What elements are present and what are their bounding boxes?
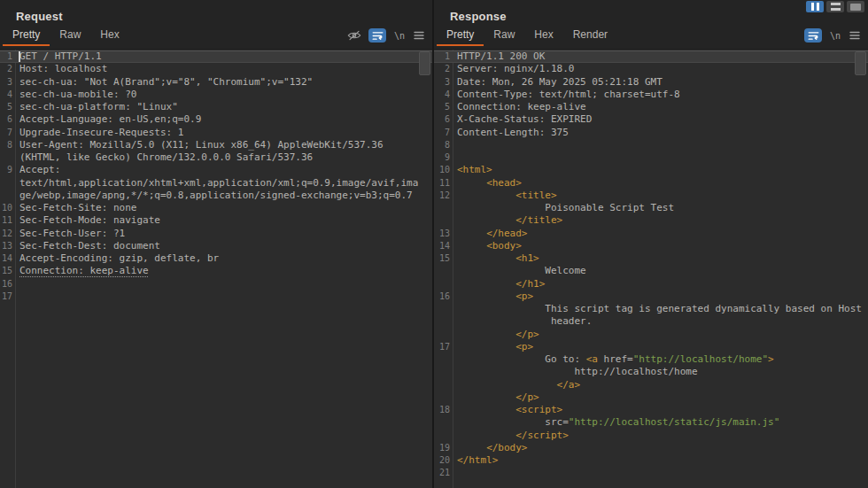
code-line[interactable]: 5sec-ch-ua-platform: "Linux" xyxy=(0,101,432,113)
code-line[interactable]: 14Accept-Encoding: gzip, deflate, br xyxy=(0,252,432,265)
code-line[interactable]: 14 <body> xyxy=(434,240,868,252)
code-line[interactable]: </a> xyxy=(434,379,868,391)
tab-pretty[interactable]: Pretty xyxy=(437,26,484,46)
code-line[interactable]: 10Sec-Fetch-Site: none xyxy=(0,202,432,214)
code-line[interactable]: 17 xyxy=(0,290,432,303)
line-number xyxy=(0,177,15,190)
code-line[interactable]: Poisonable Script Test xyxy=(434,202,868,214)
rows-layout-icon xyxy=(831,3,841,11)
tab-pretty[interactable]: Pretty xyxy=(3,26,50,46)
editor-menu-icon[interactable] xyxy=(849,28,861,43)
code-line[interactable]: This script tag is generated dynamically… xyxy=(434,303,868,315)
tab-raw[interactable]: Raw xyxy=(50,26,90,46)
line-text: Welcome xyxy=(453,265,868,277)
code-line[interactable]: ge/webp,image/apng,*/*;q=0.8,application… xyxy=(0,190,432,202)
code-line[interactable]: 12 <title> xyxy=(434,190,868,202)
line-text: Connection: keep-alive xyxy=(453,101,868,113)
line-number: 17 xyxy=(434,341,453,353)
code-line[interactable]: 9Accept: xyxy=(0,164,432,176)
columns-layout-icon xyxy=(811,3,819,11)
line-text: </script> xyxy=(453,430,868,442)
tab-hex[interactable]: Hex xyxy=(90,26,128,46)
code-line[interactable]: 5Connection: keep-alive xyxy=(434,101,868,113)
code-line[interactable]: (KHTML, like Gecko) Chrome/132.0.0.0 Saf… xyxy=(0,151,432,164)
code-line[interactable]: text/html,application/xhtml+xml,applicat… xyxy=(0,177,432,190)
line-text: http://localhost/home xyxy=(453,366,868,378)
request-scrollbar-thumb[interactable] xyxy=(419,51,430,75)
code-line[interactable]: header. xyxy=(434,315,868,328)
code-line[interactable]: 20</html> xyxy=(434,454,868,467)
code-line[interactable]: 13Sec-Fetch-Dest: document xyxy=(0,240,432,252)
newline-toggle[interactable]: \n xyxy=(393,28,406,43)
code-line[interactable]: 1HTTP/1.1 200 OK xyxy=(434,50,868,63)
line-text: </p> xyxy=(453,329,868,341)
code-line[interactable]: 7Upgrade-Insecure-Requests: 1 xyxy=(0,127,432,139)
editor-menu-icon[interactable] xyxy=(413,28,425,43)
line-number: 3 xyxy=(434,76,453,89)
line-text: </p> xyxy=(453,391,868,404)
layout-columns-button[interactable] xyxy=(806,1,824,12)
code-line[interactable]: 6X-Cache-Status: EXPIRED xyxy=(434,113,868,126)
code-line[interactable]: src="http://localhost/static/js/main.js" xyxy=(434,416,868,429)
code-line[interactable]: </h1> xyxy=(434,278,868,290)
code-line[interactable]: 21 xyxy=(434,467,868,479)
code-line[interactable]: 6Accept-Language: en-US,en;q=0.9 xyxy=(0,113,432,126)
code-line[interactable]: 8 xyxy=(434,139,868,151)
code-line[interactable]: </script> xyxy=(434,430,868,442)
line-text: </head> xyxy=(453,228,868,240)
code-line[interactable]: 9 xyxy=(434,151,868,164)
response-scrollbar-thumb[interactable] xyxy=(855,51,866,75)
code-line[interactable]: Go to: <a href="http://localhost/home"> xyxy=(434,353,868,366)
code-line[interactable]: 4Content-Type: text/html; charset=utf-8 xyxy=(434,89,868,101)
line-number xyxy=(434,379,453,391)
line-number: 16 xyxy=(434,290,453,303)
line-number xyxy=(0,190,15,202)
tab-hex[interactable]: Hex xyxy=(524,26,562,46)
response-editor[interactable]: 1HTTP/1.1 200 OK2Server: nginx/1.18.03Da… xyxy=(434,49,868,488)
line-text: <p> xyxy=(453,341,868,353)
code-line[interactable]: 16 <p> xyxy=(434,290,868,303)
code-line[interactable]: 2Host: localhost xyxy=(0,63,432,75)
code-line[interactable]: 8User-Agent: Mozilla/5.0 (X11; Linux x86… xyxy=(0,139,432,151)
code-line[interactable]: 18 <script> xyxy=(434,404,868,416)
hide-nonprinting-icon[interactable] xyxy=(347,28,361,43)
code-line[interactable]: 4sec-ch-ua-mobile: ?0 xyxy=(0,89,432,101)
code-line[interactable]: 11Sec-Fetch-Mode: navigate xyxy=(0,214,432,227)
code-line[interactable]: 7Content-Length: 375 xyxy=(434,127,868,139)
word-wrap-toggle-icon[interactable] xyxy=(368,28,386,43)
code-line[interactable]: 3Date: Mon, 26 May 2025 05:21:18 GMT xyxy=(434,76,868,89)
line-number: 12 xyxy=(434,190,453,202)
newline-toggle[interactable]: \n xyxy=(829,28,841,43)
tab-raw[interactable]: Raw xyxy=(484,26,524,46)
code-line[interactable]: 11 <head> xyxy=(434,177,868,190)
code-line[interactable]: </p> xyxy=(434,329,868,341)
line-text: ge/webp,image/apng,*/*;q=0.8,application… xyxy=(15,190,432,202)
code-line[interactable]: </title> xyxy=(434,214,868,227)
line-number: 8 xyxy=(0,139,15,151)
line-text: Accept-Language: en-US,en;q=0.9 xyxy=(15,113,432,126)
line-text: Go to: <a href="http://localhost/home"> xyxy=(453,353,868,366)
code-line[interactable]: 15 <h1> xyxy=(434,252,868,265)
code-line[interactable]: 3sec-ch-ua: "Not A(Brand";v="8", "Chromi… xyxy=(0,76,432,89)
code-line[interactable]: Welcome xyxy=(434,265,868,277)
code-line[interactable]: http://localhost/home xyxy=(434,366,868,378)
word-wrap-toggle-icon[interactable] xyxy=(804,28,822,43)
code-line[interactable]: 13 </head> xyxy=(434,228,868,240)
line-number: 11 xyxy=(434,177,453,190)
code-line[interactable]: 16 xyxy=(0,278,432,290)
code-line[interactable]: 15Connection: keep-alive xyxy=(0,265,432,277)
request-editor[interactable]: 1GET / HTTP/1.12Host: localhost3sec-ch-u… xyxy=(0,49,432,488)
code-line[interactable]: 2Server: nginx/1.18.0 xyxy=(434,63,868,75)
code-line[interactable]: </p> xyxy=(434,391,868,404)
code-line[interactable]: 10<html> xyxy=(434,164,868,176)
line-number: 13 xyxy=(434,228,453,240)
tab-render[interactable]: Render xyxy=(563,26,617,46)
line-number: 11 xyxy=(0,214,15,227)
layout-rows-button[interactable] xyxy=(826,1,844,12)
layout-single-button[interactable] xyxy=(847,1,864,12)
code-line[interactable]: 19 </body> xyxy=(434,442,868,454)
line-number: 17 xyxy=(0,290,15,303)
code-line[interactable]: 17 <p> xyxy=(434,341,868,353)
code-line[interactable]: 12Sec-Fetch-User: ?1 xyxy=(0,228,432,240)
code-line[interactable]: 1GET / HTTP/1.1 xyxy=(0,50,432,63)
